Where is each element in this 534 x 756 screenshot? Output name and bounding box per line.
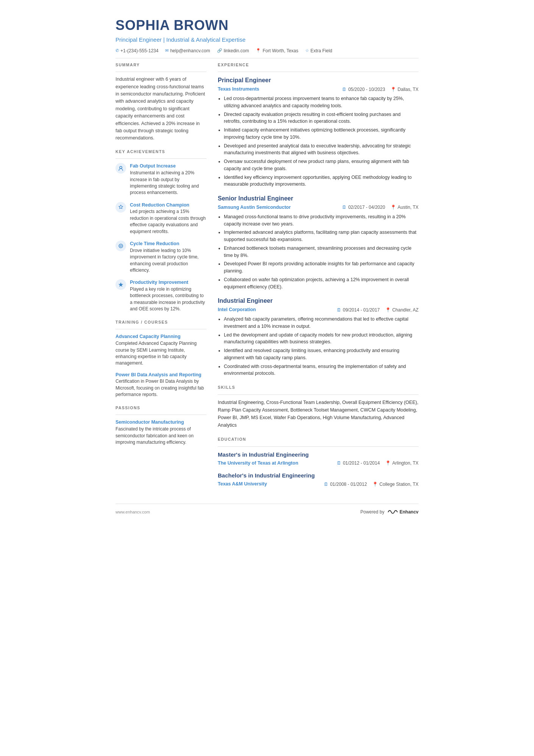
location-icon: 📍: [256, 47, 261, 54]
training-item-2: Power BI Data Analysis and Reporting Cer…: [116, 371, 206, 398]
job-meta-2: Samsung Austin Semiconductor 🗓 02/2017 -…: [218, 204, 418, 211]
bullet-1-6: Identified key efficiency improvement op…: [224, 174, 418, 188]
left-column: SUMMARY Industrial engineer with 6 years…: [116, 62, 206, 493]
resume-page: SOPHIA BROWN Principal Engineer | Indust…: [97, 0, 437, 538]
edu-block-2: Bachelor's in Industrial Engineering Tex…: [218, 471, 418, 488]
passions-divider: [116, 415, 206, 415]
job-block-1: Principal Engineer Texas Instruments 🗓 0…: [218, 76, 418, 188]
job-meta-1: Texas Instruments 🗓 05/2020 - 10/2023 📍 …: [218, 86, 418, 93]
training-desc-2: Certification in Power BI Data Analysis …: [116, 378, 206, 398]
svg-point-0: [120, 166, 122, 169]
training-title-2: Power BI Data Analysis and Reporting: [116, 371, 206, 379]
footer: www.enhancv.com Powered by Enhancv: [116, 504, 418, 515]
edu-date-2: 🗓 01/2008 - 01/2012: [324, 481, 367, 488]
job-title-1: Principal Engineer: [218, 76, 418, 85]
phone-icon: ✆: [116, 47, 119, 54]
skills-text: Industrial Engineering, Cross-Functional…: [218, 399, 418, 429]
job-date-loc-3: 🗓 09/2014 - 01/2017 📍 Chandler, AZ: [337, 307, 418, 313]
bullet-1-1: Led cross-departmental process improveme…: [224, 95, 418, 110]
job-company-3: Intel Corporation: [218, 306, 256, 313]
powered-by-text: Powered by: [361, 509, 384, 515]
candidate-subtitle: Principal Engineer | Industrial & Analyt…: [116, 36, 418, 44]
candidate-name: SOPHIA BROWN: [116, 15, 418, 36]
achievement-icon-2: [116, 202, 126, 213]
training-item-1: Advanced Capacity Planning Completed Adv…: [116, 333, 206, 366]
job-loc-3: 📍 Chandler, AZ: [385, 307, 418, 313]
svg-point-2: [120, 245, 122, 247]
bullet-2-4: Developed Power BI reports providing act…: [224, 260, 418, 275]
achievement-title-1: Fab Output Increase: [130, 163, 206, 170]
achievement-item-1: Fab Output Increase Instrumental in achi…: [116, 163, 206, 196]
edu-loc-2: 📍 College Station, TX: [372, 481, 418, 488]
right-column: EXPERIENCE Principal Engineer Texas Inst…: [218, 62, 418, 493]
contact-extra: ☆ Extra Field: [305, 47, 332, 54]
experience-divider: [218, 72, 418, 72]
passion-desc-1: Fascinated by the intricate process of s…: [116, 426, 206, 446]
experience-label: EXPERIENCE: [218, 62, 418, 68]
extra-icon: ☆: [305, 47, 309, 54]
contact-email: ✉ help@enhancv.com: [165, 47, 210, 54]
contact-bar: ✆ +1-(234)-555-1234 ✉ help@enhancv.com 🔗…: [116, 47, 418, 54]
achievement-content-3: Cycle Time Reduction Drove initiative le…: [130, 240, 206, 274]
achievements-divider: [116, 158, 206, 159]
calendar-icon-3: 🗓: [337, 307, 341, 313]
contact-linkedin: 🔗 linkedin.com: [217, 47, 249, 54]
contact-location: 📍 Fort Worth, Texas: [256, 47, 298, 54]
passion-item-1: Semiconductor Manufacturing Fascinated b…: [116, 419, 206, 446]
achievement-icon-3: [116, 241, 126, 251]
training-label: TRAINING / COURSES: [116, 319, 206, 326]
calendar-icon-edu-1: 🗓: [337, 460, 341, 466]
achievement-content-4: Productivity Improvement Played a key ro…: [130, 279, 206, 312]
calendar-icon-1: 🗓: [342, 86, 347, 93]
enhancv-logo: Enhancv: [387, 509, 418, 515]
svg-point-1: [119, 244, 123, 248]
header-divider: [116, 58, 418, 58]
bullet-3-2: Led the development and update of capaci…: [224, 332, 418, 346]
footer-brand: Powered by Enhancv: [361, 509, 418, 515]
bullet-3-4: Coordinated with cross-departmental team…: [224, 363, 418, 377]
education-label: EDUCATION: [218, 437, 418, 443]
job-loc-2: 📍 Austin, TX: [390, 204, 418, 211]
edu-school-1: The University of Texas at Arlington: [218, 460, 298, 467]
bullet-2-5: Collaborated on wafer fab optimization p…: [224, 276, 418, 291]
bullet-2-3: Enhanced bottleneck toolsets management,…: [224, 245, 418, 259]
job-bullets-1: Led cross-departmental process improveme…: [218, 95, 418, 188]
job-bullets-3: Analyzed fab capacity parameters, offeri…: [218, 316, 418, 377]
bullet-2-2: Implemented advanced analytics platforms…: [224, 229, 418, 243]
achievement-desc-1: Instrumental in achieving a 20% increase…: [130, 170, 206, 196]
bullet-1-4: Developed and presented analytical data …: [224, 142, 418, 157]
job-block-2: Senior Industrial Engineer Samsung Austi…: [218, 194, 418, 290]
job-title-3: Industrial Engineer: [218, 296, 418, 305]
achievement-desc-4: Played a key role in optimizing bottlene…: [130, 286, 206, 313]
achievement-item-4: Productivity Improvement Played a key ro…: [116, 279, 206, 312]
job-block-3: Industrial Engineer Intel Corporation 🗓 …: [218, 296, 418, 377]
calendar-icon-2: 🗓: [342, 204, 347, 211]
svg-marker-3: [119, 282, 123, 287]
pin-icon-3: 📍: [385, 307, 391, 313]
job-title-2: Senior Industrial Engineer: [218, 194, 418, 203]
job-bullets-2: Managed cross-functional teams to drive …: [218, 213, 418, 291]
summary-divider: [116, 72, 206, 72]
body-layout: SUMMARY Industrial engineer with 6 years…: [116, 62, 418, 493]
skills-divider: [218, 394, 418, 395]
achievement-title-3: Cycle Time Reduction: [130, 240, 206, 247]
summary-text: Industrial engineer with 6 years of expe…: [116, 76, 206, 142]
edu-school-2: Texas A&M University: [218, 481, 267, 488]
bullet-1-2: Directed capacity evaluation projects re…: [224, 111, 418, 125]
achievement-content-1: Fab Output Increase Instrumental in achi…: [130, 163, 206, 196]
calendar-icon-edu-2: 🗓: [324, 481, 328, 488]
achievement-title-2: Cost Reduction Champion: [130, 202, 206, 209]
bullet-1-5: Oversaw successful deployment of new pro…: [224, 158, 418, 172]
training-desc-1: Completed Advanced Capacity Planning cou…: [116, 340, 206, 367]
summary-label: SUMMARY: [116, 62, 206, 68]
pin-icon-1: 📍: [390, 86, 396, 93]
resume-header: SOPHIA BROWN Principal Engineer | Indust…: [116, 15, 418, 54]
edu-degree-1: Master's in Industrial Engineering: [218, 451, 418, 459]
edu-degree-2: Bachelor's in Industrial Engineering: [218, 471, 418, 480]
edu-date-1: 🗓 01/2012 - 01/2014: [337, 460, 379, 466]
edu-meta-1: The University of Texas at Arlington 🗓 0…: [218, 460, 418, 467]
passions-label: PASSIONS: [116, 405, 206, 411]
job-company-2: Samsung Austin Semiconductor: [218, 204, 291, 211]
job-loc-1: 📍 Dallas, TX: [390, 86, 418, 93]
achievement-icon-4: [116, 279, 126, 290]
